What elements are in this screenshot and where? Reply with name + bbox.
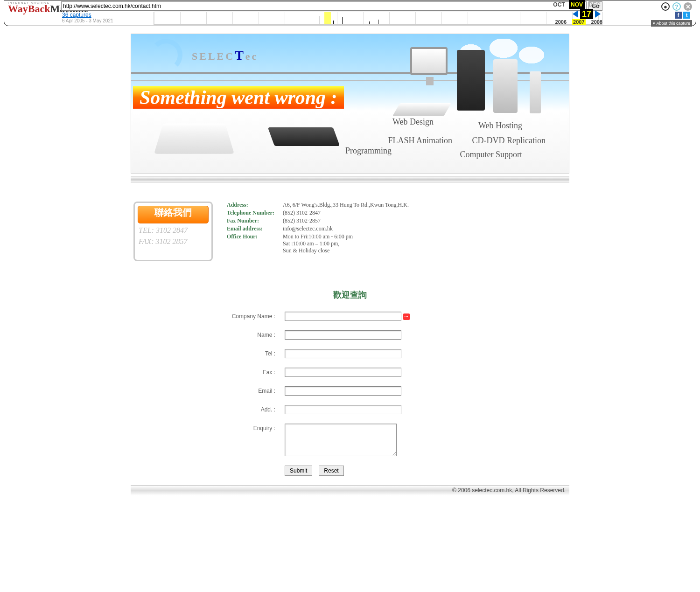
wayback-machine-wordmark: WayBackMachine bbox=[8, 4, 58, 14]
label-company: Company Name : bbox=[210, 312, 285, 321]
label-form-email: Email : bbox=[210, 386, 285, 396]
service-support: Computer Support bbox=[460, 150, 523, 160]
hours-line-1: Mon to Fri:10:00 am - 6:00 pm bbox=[283, 233, 569, 240]
hero-monitor-graphic bbox=[410, 47, 448, 75]
submit-button[interactable]: Submit bbox=[285, 466, 312, 476]
tel-input[interactable] bbox=[285, 349, 401, 358]
prev-snapshot-arrow-icon[interactable] bbox=[573, 10, 578, 18]
wayback-sparkline[interactable] bbox=[154, 12, 602, 25]
wayback-logo[interactable]: INTERNET ARCHIVE WayBackMachine bbox=[8, 1, 58, 14]
service-cd-dvd: CD-DVD Replication bbox=[472, 136, 546, 146]
hero-black-keyboard-graphic bbox=[268, 127, 340, 146]
captures-range: 6 Apr 2005 - 3 May 2021 bbox=[62, 18, 113, 23]
label-name: Name : bbox=[210, 330, 285, 340]
enquiry-textarea[interactable] bbox=[285, 424, 397, 456]
hero-banner: SELECTec Something went wrong : Web Desi… bbox=[131, 34, 569, 174]
contact-us-card: 聯絡我們 TEL: 3102 2847 FAX: 3102 2857 bbox=[133, 202, 213, 261]
captures-link[interactable]: 36 captures bbox=[62, 12, 91, 18]
about-capture-button[interactable]: About this capture bbox=[651, 20, 692, 27]
label-add: Add. : bbox=[210, 405, 285, 414]
selectec-logo-icon bbox=[150, 39, 182, 71]
wayback-url-input[interactable] bbox=[61, 1, 587, 11]
value-email: info@selectec.com.hk bbox=[283, 225, 569, 232]
brand-wordmark: SELECTec bbox=[192, 48, 258, 63]
value-address: A6, 6/F Wong's.Bldg.,33 Hung To Rd.,Kwun… bbox=[283, 202, 569, 209]
label-hours: Office Hour: bbox=[227, 233, 283, 254]
value-phone: (852) 3102-2847 bbox=[283, 209, 569, 216]
required-icon bbox=[403, 313, 410, 320]
label-enquiry: Enquiry : bbox=[210, 424, 285, 433]
twitter-share-icon[interactable]: t bbox=[683, 12, 690, 19]
close-icon[interactable]: ✕ bbox=[684, 2, 692, 11]
name-input[interactable] bbox=[285, 330, 401, 340]
service-flash: FLASH Animation bbox=[388, 136, 452, 146]
hero-slim-pc-graphic bbox=[530, 71, 541, 113]
label-form-fax: Fax : bbox=[210, 368, 285, 377]
enquiry-form: 歡迎查詢 Company Name : Name : Tel : Fax : E… bbox=[210, 289, 490, 476]
wayback-captures: 36 captures 6 Apr 2005 - 3 May 2021 bbox=[62, 12, 113, 23]
label-tel: Tel : bbox=[210, 349, 285, 358]
year-current: 2007 bbox=[572, 19, 585, 25]
form-title: 歡迎查詢 bbox=[210, 289, 490, 300]
page-content: SELECTec Something went wrong : Web Desi… bbox=[131, 34, 569, 476]
email-input[interactable] bbox=[285, 386, 401, 396]
service-programming: Programming bbox=[345, 146, 392, 156]
hero-tower-light-graphic bbox=[493, 59, 518, 113]
year-prev[interactable]: 2006 bbox=[555, 19, 567, 25]
wayback-months: OCT NOV DEC bbox=[551, 0, 602, 9]
hours-line-2: Sat :10:00 am – 1:00 pm, bbox=[283, 240, 569, 247]
year-next[interactable]: 2008 bbox=[591, 19, 602, 25]
sidecard-fax: FAX: 3102 2857 bbox=[139, 237, 208, 246]
contact-us-button[interactable]: 聯絡我們 bbox=[138, 206, 209, 223]
hours-line-3: Sun & Holiday close bbox=[283, 247, 569, 254]
error-banner: Something went wrong : bbox=[133, 86, 344, 109]
facebook-share-icon[interactable]: f bbox=[675, 12, 682, 19]
reset-button[interactable]: Reset bbox=[319, 466, 343, 476]
value-fax: (852) 3102-2857 bbox=[283, 217, 569, 224]
sidecard-tel: TEL: 3102 2847 bbox=[139, 226, 208, 235]
month-current: NOV bbox=[569, 0, 585, 9]
user-icon[interactable]: ● bbox=[661, 2, 670, 11]
contact-info: Address:A6, 6/F Wong's.Bldg.,33 Hung To … bbox=[227, 202, 569, 261]
label-email: Email address: bbox=[227, 225, 283, 232]
footer-copyright: © 2006 selectec.com.hk, All Rights Reser… bbox=[131, 485, 569, 495]
wayback-years: 2006 2007 2008 bbox=[555, 19, 602, 25]
month-next: DEC bbox=[587, 0, 602, 9]
banner-divider bbox=[131, 176, 569, 183]
hero-laptop-graphic bbox=[154, 123, 234, 153]
address-input[interactable] bbox=[285, 405, 401, 414]
label-phone: Telephone Number: bbox=[227, 209, 283, 216]
month-prev[interactable]: OCT bbox=[551, 0, 567, 9]
help-icon[interactable]: ? bbox=[672, 2, 681, 11]
wayback-toolbar: INTERNET ARCHIVE WayBackMachine Go 36 ca… bbox=[4, 0, 696, 26]
label-fax: Fax Number: bbox=[227, 217, 283, 224]
fax-input[interactable] bbox=[285, 368, 401, 377]
snapshot-day: 17 bbox=[580, 9, 593, 19]
service-web-design: Web Design bbox=[392, 117, 434, 127]
value-hours: Mon to Fri:10:00 am - 6:00 pm Sat :10:00… bbox=[283, 233, 569, 254]
company-input[interactable] bbox=[285, 312, 401, 321]
hero-keyboard-graphic bbox=[392, 103, 451, 116]
hero-tower-dark-graphic bbox=[457, 50, 485, 111]
next-snapshot-arrow-icon[interactable] bbox=[595, 10, 601, 18]
service-web-hosting: Web Hosting bbox=[478, 121, 522, 131]
label-address: Address: bbox=[227, 202, 283, 209]
